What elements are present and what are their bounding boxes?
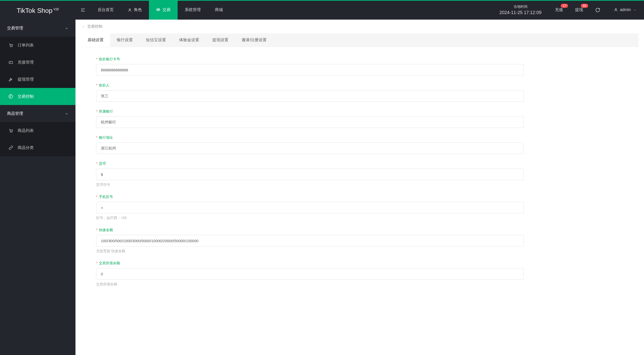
form-input[interactable] — [96, 268, 524, 280]
form-label-text: 交易所需余额 — [99, 261, 120, 265]
topnav-label: 交易 — [163, 7, 171, 13]
form-label-text: 快捷金额 — [99, 228, 113, 232]
wrench-icon — [9, 77, 15, 82]
form-label: *银行地址 — [96, 135, 623, 140]
breadcrumb-sep-icon: » — [83, 24, 85, 28]
tab-sms[interactable]: 短信宝设置 — [139, 33, 173, 47]
topnav-label: 商城 — [215, 7, 223, 13]
recharge-button[interactable]: 充值 17 — [549, 7, 569, 13]
tab-basic[interactable]: 基础设置 — [81, 33, 110, 47]
sidebar-toggle-button[interactable] — [75, 7, 91, 13]
recharge-badge: 17 — [561, 4, 568, 8]
form-label: *所属银行 — [96, 109, 623, 114]
form-item: *交易所需余额交易所需余额 — [96, 261, 623, 287]
recharge-icon — [9, 60, 15, 65]
topnav-role[interactable]: 角色 — [121, 0, 149, 20]
sidebar-item-goods-category[interactable]: 商品分类 — [0, 139, 75, 156]
sidebar-item-withdraw[interactable]: 提现管理 — [0, 71, 75, 88]
refresh-button[interactable] — [589, 7, 606, 13]
sidebar-item-orders[interactable]: 订单列表 — [0, 37, 75, 54]
form-label: *收款人 — [96, 83, 623, 88]
chevron-down-icon — [65, 26, 68, 30]
user-icon — [128, 8, 132, 12]
chevron-down-icon — [65, 111, 68, 116]
form-help: 货币符号 — [96, 183, 623, 187]
form-input[interactable] — [96, 202, 524, 213]
goods-icon — [9, 128, 15, 133]
form-label-text: 所属银行 — [99, 109, 113, 113]
sidebar-group-label: 交易管理 — [7, 26, 23, 31]
topnav-label: 角色 — [134, 7, 142, 13]
tab-withdraw[interactable]: 提现设置 — [206, 33, 235, 47]
form-input[interactable] — [96, 90, 524, 102]
sidebar: 交易管理 订单列表 充值管理 提现管理 交易控制 商品管理 商品列表 — [0, 20, 75, 355]
topnav-trade[interactable]: 交易 — [149, 0, 178, 20]
breadcrumb-current: 交易控制 — [87, 24, 102, 28]
sidebar-item-goods-list[interactable]: 商品列表 — [0, 122, 75, 139]
sidebar-group-trade[interactable]: 交易管理 — [0, 20, 75, 37]
sidebar-item-label: 商品分类 — [18, 145, 34, 150]
header: TikTok ShopV20 后台首页 角色 交易 系统管理 商城 当地时间 2… — [0, 0, 644, 20]
tab-label: 短信宝设置 — [146, 38, 166, 42]
brand-version: V20 — [53, 8, 59, 11]
form-item: *收款银行卡号 — [96, 57, 623, 76]
sidebar-item-label: 充值管理 — [18, 60, 34, 65]
form-input[interactable] — [96, 64, 524, 76]
required-mark: * — [96, 228, 97, 232]
form-label: *交易所需余额 — [96, 261, 623, 266]
sidebar-item-label: 提现管理 — [18, 77, 34, 82]
cart-icon — [9, 43, 15, 48]
sidebar-item-recharge[interactable]: 充值管理 — [0, 54, 75, 71]
tab-invite[interactable]: 邀请/注册设置 — [235, 33, 273, 47]
svg-point-0 — [129, 9, 130, 10]
form-help: 区号，如巴西：+55 — [96, 216, 623, 220]
tabs: 基础设置 银行设置 短信宝设置 体验金设置 提现设置 邀请/注册设置 — [81, 33, 638, 47]
brand-name: TikTok Shop — [17, 7, 52, 14]
scale-icon — [156, 8, 160, 12]
required-mark: * — [96, 162, 97, 166]
clock-time: 2024-11-25 17:12:09 — [499, 10, 541, 15]
sidebar-item-label: 商品列表 — [18, 128, 34, 133]
sidebar-item-trade-control[interactable]: 交易控制 — [0, 88, 75, 105]
form-input[interactable] — [96, 116, 524, 128]
topnav-label: 系统管理 — [185, 7, 201, 13]
tab-label: 银行设置 — [117, 38, 133, 42]
required-mark: * — [96, 57, 97, 61]
svg-point-8 — [12, 132, 12, 133]
dashboard-icon — [9, 94, 15, 99]
main-content: » 交易控制 基础设置 银行设置 短信宝设置 体验金设置 提现设置 邀请/注册设… — [75, 20, 644, 355]
form-input[interactable] — [96, 235, 524, 246]
tab-trial[interactable]: 体验金设置 — [173, 33, 206, 47]
form-input[interactable] — [96, 169, 524, 180]
required-mark: * — [96, 195, 97, 199]
clock-label: 当地时间 — [499, 5, 541, 9]
form-item: *手机区号区号，如巴西：+55 — [96, 195, 623, 220]
topnav-label: 后台首页 — [98, 7, 114, 13]
form-label: *快捷金额 — [96, 228, 623, 232]
topnav-system[interactable]: 系统管理 — [178, 0, 208, 20]
svg-point-1 — [615, 9, 617, 10]
form-item: *银行地址 — [96, 135, 623, 154]
sidebar-group-label: 商品管理 — [7, 111, 23, 116]
form-label-text: 收款人 — [99, 83, 109, 87]
top-accent-line — [0, 0, 644, 1]
user-name: admin — [620, 8, 631, 12]
form-item: *货币货币符号 — [96, 162, 623, 187]
brand-logo: TikTok ShopV20 — [0, 0, 75, 20]
tab-bank[interactable]: 银行设置 — [110, 33, 139, 47]
topnav-home[interactable]: 后台首页 — [91, 0, 121, 20]
sidebar-item-label: 订单列表 — [18, 43, 34, 48]
withdraw-button[interactable]: 提现 65 — [569, 7, 589, 13]
topnav-mall[interactable]: 商城 — [208, 0, 230, 20]
form-panel: *收款银行卡号*收款人*所属银行*银行地址*货币货币符号*手机区号区号，如巴西：… — [81, 47, 638, 304]
tab-label: 基础设置 — [88, 38, 104, 42]
form-label-text: 收款银行卡号 — [99, 57, 120, 61]
refresh-icon — [595, 8, 600, 13]
form-label: *货币 — [96, 162, 623, 166]
tab-label: 体验金设置 — [179, 38, 199, 42]
form-item: *所属银行 — [96, 109, 623, 128]
form-label-text: 银行地址 — [99, 135, 113, 139]
user-menu-button[interactable]: admin — [606, 8, 644, 12]
sidebar-group-goods[interactable]: 商品管理 — [0, 105, 75, 122]
form-input[interactable] — [96, 142, 524, 154]
